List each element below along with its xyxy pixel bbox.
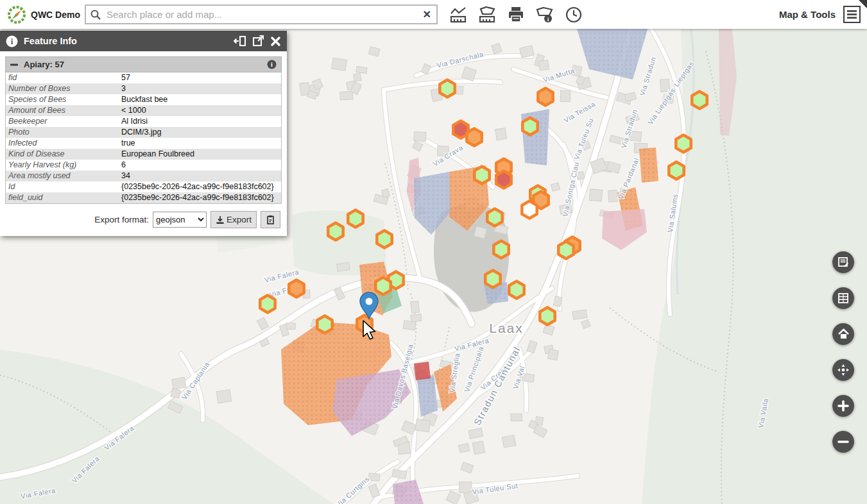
apiary-marker-green[interactable] bbox=[487, 209, 502, 226]
apiary-marker-green[interactable] bbox=[375, 278, 390, 295]
zoom-out-button[interactable] bbox=[832, 431, 854, 453]
apiary-marker-green[interactable] bbox=[474, 167, 489, 184]
search-input[interactable] bbox=[105, 8, 418, 21]
attribute-row: Number of Boxes3 bbox=[6, 83, 281, 94]
attribute-value: 57 bbox=[121, 72, 281, 83]
attribute-row: Yearly Harvest (kg)6 bbox=[6, 160, 281, 171]
attribute-table-button[interactable] bbox=[832, 287, 854, 309]
copy-to-clipboard-button[interactable] bbox=[261, 211, 280, 228]
map-controls bbox=[832, 251, 854, 453]
attribute-table-icon bbox=[837, 292, 849, 304]
menu-button[interactable] bbox=[843, 6, 861, 23]
apiary-marker-green[interactable] bbox=[494, 241, 508, 258]
measure-icon[interactable] bbox=[448, 4, 468, 25]
home-button[interactable] bbox=[832, 323, 854, 345]
zoom-in-icon bbox=[837, 400, 849, 412]
apiary-marker-green[interactable] bbox=[509, 281, 524, 299]
print-icon[interactable] bbox=[506, 4, 526, 25]
measure-area-icon[interactable] bbox=[477, 4, 497, 25]
attribute-row: Species of BeesBuckfast bee bbox=[6, 94, 281, 105]
attribute-name: fid bbox=[6, 72, 121, 83]
panel-title: Feature Info bbox=[24, 36, 228, 46]
collapse-icon[interactable] bbox=[10, 61, 18, 69]
menu-label: Map & Tools bbox=[779, 9, 836, 20]
attribute-name: Amount of Bees bbox=[6, 105, 121, 116]
feature-info-body: Apiary: 57 i fid57Number of Boxes3Specie… bbox=[0, 51, 287, 236]
apiary-marker-green[interactable] bbox=[440, 80, 454, 97]
attribute-name: Number of Boxes bbox=[6, 83, 121, 94]
zoom-out-icon bbox=[837, 436, 849, 448]
zoom-in-button[interactable] bbox=[832, 395, 854, 417]
attribute-row: Kind of DiseaseEuropean Foulbreed bbox=[6, 149, 281, 160]
apiary-marker-green[interactable] bbox=[377, 231, 391, 248]
feature-info-panel: i Feature Info bbox=[0, 31, 287, 236]
menu-area: Map & Tools bbox=[779, 6, 861, 23]
attribute-row: PhotoDCIM/3.jpg bbox=[6, 127, 281, 138]
export-format-select[interactable]: geojson bbox=[153, 212, 207, 228]
search-clear-icon[interactable]: ✕ bbox=[422, 8, 433, 21]
logo-text: QWC Demo bbox=[31, 10, 80, 20]
attribute-value: European Foulbreed bbox=[121, 149, 281, 160]
corner-badge bbox=[859, 0, 867, 8]
attribute-name: Photo bbox=[6, 127, 121, 138]
attribute-row: Area mostly used34 bbox=[6, 171, 281, 181]
apiary-marker-green[interactable] bbox=[558, 242, 573, 259]
attribute-row: Id{0235be9c-2026-42ac-a99c-f9e8183fc602} bbox=[6, 181, 281, 192]
apiary-marker-green[interactable] bbox=[676, 135, 691, 153]
feature-section-header[interactable]: Apiary: 57 i bbox=[5, 56, 282, 72]
apiary-marker-green[interactable] bbox=[522, 118, 537, 135]
home-icon bbox=[837, 328, 850, 340]
apiary-marker-green[interactable] bbox=[348, 210, 363, 228]
attribute-row: Infectedtrue bbox=[6, 138, 281, 149]
export-button[interactable]: Export bbox=[210, 211, 257, 228]
qwc-logo-icon bbox=[6, 4, 27, 25]
feature-info-header[interactable]: i Feature Info bbox=[0, 31, 287, 51]
apiary-marker-green[interactable] bbox=[317, 316, 332, 333]
attribute-name: Id bbox=[6, 181, 121, 192]
svg-text:i: i bbox=[271, 61, 273, 68]
top-bar: QWC Demo ✕ bbox=[0, 0, 867, 29]
attribute-value: 3 bbox=[121, 83, 281, 94]
apiary-marker-red[interactable] bbox=[496, 171, 511, 189]
time-manager-icon[interactable] bbox=[563, 4, 584, 25]
attribute-value: Buckfast bee bbox=[121, 94, 281, 105]
apiary-marker-orange[interactable] bbox=[538, 88, 553, 106]
attribute-value: {0235be9c-2026-42ac-a99c-f9e8183fc602} bbox=[121, 181, 281, 192]
svg-text:i: i bbox=[11, 37, 13, 46]
attribute-row: fid57 bbox=[6, 72, 281, 83]
close-icon[interactable] bbox=[270, 36, 281, 47]
toolbar: i bbox=[448, 4, 584, 25]
locate-button[interactable] bbox=[832, 359, 854, 381]
attribute-name: Area mostly used bbox=[6, 171, 121, 181]
search-icon bbox=[90, 9, 101, 21]
feature-title: Apiary: 57 bbox=[24, 60, 261, 69]
report-button[interactable] bbox=[832, 251, 854, 273]
report-icon bbox=[837, 256, 849, 268]
open-window-icon[interactable] bbox=[252, 35, 264, 47]
attribute-value: Al Idrisi bbox=[121, 116, 281, 127]
feature-info-icon[interactable]: i bbox=[267, 60, 277, 69]
apiary-marker-green[interactable] bbox=[328, 223, 343, 240]
dock-icon[interactable] bbox=[234, 35, 246, 47]
apiary-marker-green[interactable] bbox=[669, 162, 683, 180]
apiary-marker-green[interactable] bbox=[485, 271, 500, 288]
attribute-name: Beekeeper bbox=[6, 116, 121, 127]
attribute-name: field_uuid bbox=[6, 192, 121, 203]
apiary-marker-green[interactable] bbox=[692, 92, 707, 109]
clipboard-icon bbox=[266, 215, 275, 224]
attribute-value: 6 bbox=[121, 160, 281, 171]
attribute-value: < 1000 bbox=[121, 105, 281, 116]
apiary-marker-white[interactable] bbox=[522, 201, 537, 219]
attribute-row: field_uuid{0235be9c-2026-42ac-a99c-f9e81… bbox=[6, 192, 281, 203]
attribute-value: true bbox=[121, 138, 281, 149]
apiary-marker-orange[interactable] bbox=[289, 280, 304, 298]
export-format-label: Export format: bbox=[94, 215, 149, 224]
apiary-marker-green[interactable] bbox=[260, 296, 275, 313]
apiary-marker-green[interactable] bbox=[540, 308, 554, 325]
attribute-row: BeekeeperAl Idrisi bbox=[6, 116, 281, 127]
identify-region-icon[interactable]: i bbox=[535, 4, 555, 25]
attribute-value: 34 bbox=[121, 171, 281, 181]
info-icon: i bbox=[6, 35, 18, 47]
search-bar[interactable]: ✕ bbox=[85, 4, 438, 24]
apiary-marker-orange[interactable] bbox=[467, 129, 481, 146]
